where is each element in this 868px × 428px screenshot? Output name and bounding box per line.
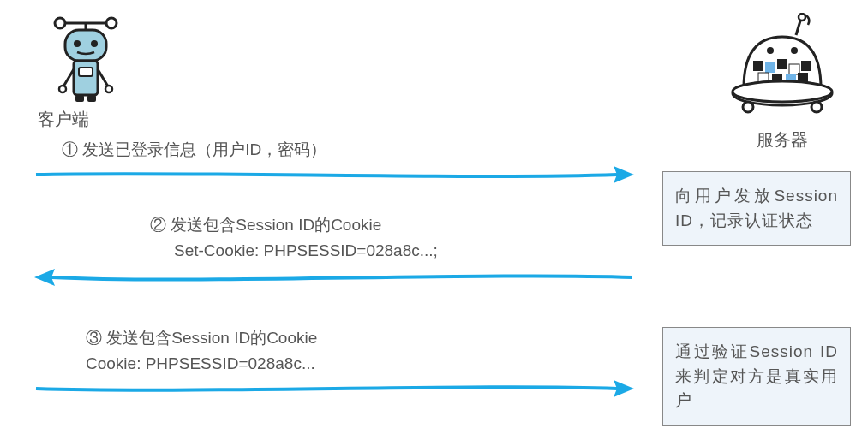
svg-point-16	[799, 14, 805, 21]
arrow-left-2	[34, 265, 634, 291]
arrow-right-3	[34, 377, 634, 402]
message-2-line1: ② 发送包含Session ID的Cookie	[150, 212, 438, 238]
svg-point-5	[74, 40, 81, 47]
svg-point-31	[811, 102, 822, 112]
message-1-label: ① 发送已登录信息（用户ID，密码）	[62, 137, 326, 163]
svg-rect-14	[87, 95, 96, 102]
svg-rect-19	[753, 61, 763, 71]
message-3-line1: ③ 发送包含Session ID的Cookie	[86, 325, 317, 351]
svg-rect-20	[765, 62, 775, 73]
server-note-1: 向用户发放Session ID，记录认证状态	[662, 171, 851, 246]
message-3-line2: Cookie: PHPSESSID=028a8c...	[86, 351, 317, 377]
client-illustration	[34, 4, 137, 110]
robot-icon	[34, 4, 137, 107]
svg-rect-23	[801, 61, 811, 71]
svg-point-30	[743, 102, 753, 112]
message-2-line2: Set-Cookie: PHPSESSID=028a8c...;	[150, 238, 438, 264]
svg-rect-8	[79, 68, 93, 76]
svg-rect-13	[75, 95, 84, 102]
svg-rect-7	[74, 61, 98, 95]
message-2-label: ② 发送包含Session ID的Cookie Set-Cookie: PHPS…	[150, 212, 438, 265]
server-note-2: 通过验证Session ID来判定对方是真实用户	[662, 327, 851, 426]
svg-point-18	[791, 47, 798, 54]
svg-point-17	[767, 47, 774, 54]
svg-rect-4	[65, 30, 106, 61]
arrow-right-1	[34, 163, 634, 188]
svg-line-9	[63, 69, 74, 86]
session-auth-diagram: 客户端	[0, 0, 868, 428]
svg-point-10	[59, 86, 66, 92]
svg-point-6	[91, 40, 98, 47]
svg-point-29	[733, 81, 832, 102]
svg-point-2	[106, 18, 117, 28]
server-label: 服务器	[757, 128, 808, 152]
svg-line-11	[98, 69, 108, 86]
client-label: 客户端	[38, 108, 89, 131]
svg-rect-21	[777, 59, 787, 69]
server-illustration	[722, 13, 842, 128]
svg-point-1	[55, 18, 65, 28]
svg-point-12	[105, 86, 112, 92]
server-icon	[722, 13, 842, 124]
message-3-label: ③ 发送包含Session ID的Cookie Cookie: PHPSESSI…	[86, 325, 317, 377]
